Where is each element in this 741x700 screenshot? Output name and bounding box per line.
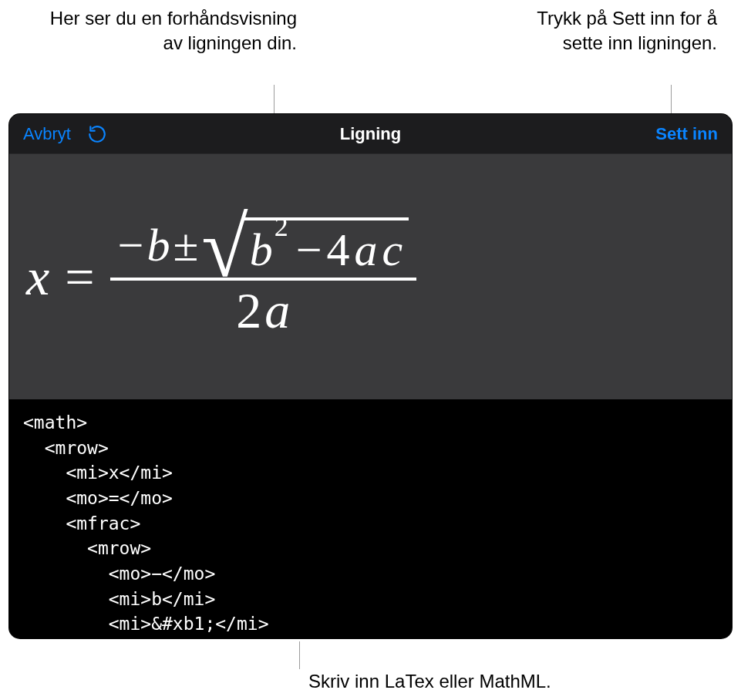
cancel-button[interactable]: Avbryt [23,124,71,144]
eq-fraction: − b ± √ b 2 − 4 a c [110,213,417,341]
eq-two: 2 [236,285,261,336]
callout-preview: Her ser du en forhåndsvisning av ligning… [42,6,297,56]
eq-var-x: x [26,247,49,308]
eq-c: c [382,227,403,273]
eq-denominator: 2 a [228,281,298,341]
eq-a2: a [264,285,290,336]
insert-button[interactable]: Sett inn [655,124,718,144]
dialog-title: Ligning [340,124,401,144]
eq-four: 4 [327,227,350,273]
eq-plusminus: ± [173,222,198,268]
navbar: Avbryt Ligning Sett inn [9,114,732,154]
undo-icon [87,124,107,144]
eq-sqrt: √ b 2 − 4 a c [201,217,409,273]
radical-icon: √ [201,222,248,273]
eq-radicand: b 2 − 4 a c [244,217,409,273]
eq-b: b [147,222,170,268]
equation-render: x = − b ± √ b 2 − 4 a c [26,213,416,341]
eq-b2: b [250,227,273,273]
equation-dialog: Avbryt Ligning Sett inn x = − b ± √ [9,114,732,638]
eq-exponent: 2 [275,213,288,241]
callout-leader [299,641,300,669]
eq-a: a [355,227,378,273]
callout-insert: Trykk på Sett inn for å sette inn lignin… [509,6,717,56]
undo-button[interactable] [86,123,108,145]
callout-input: Skriv inn LaTex eller MathML. [308,671,551,692]
equation-code-input[interactable]: <math> <mrow> <mi>x</mi> <mo>=</mo> <mfr… [9,399,732,638]
eq-minus: − [118,222,144,268]
eq-numerator: − b ± √ b 2 − 4 a c [110,213,417,281]
eq-equals: = [65,247,94,308]
eq-minus2: − [296,227,322,273]
navbar-left: Avbryt [23,123,108,145]
equation-preview: x = − b ± √ b 2 − 4 a c [9,154,732,399]
